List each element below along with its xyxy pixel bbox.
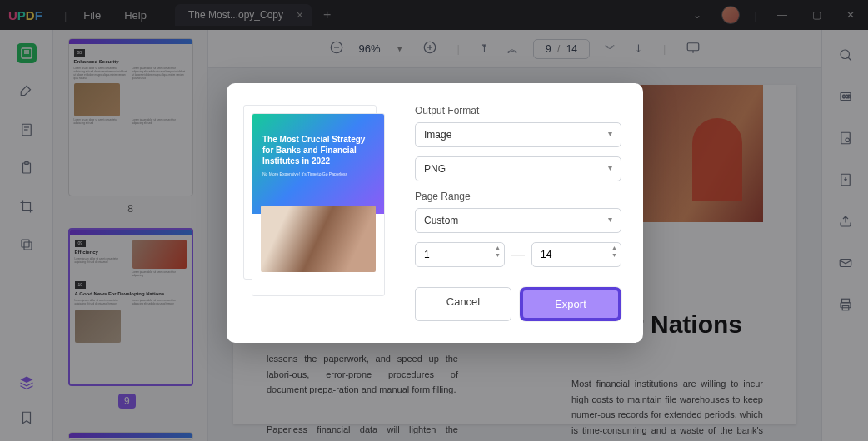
preview-subtitle: No More Expensive! It's Time to Go Paper… bbox=[262, 171, 374, 176]
range-separator: — bbox=[511, 247, 525, 262]
output-format-select[interactable]: Image bbox=[415, 122, 621, 147]
page-range-select[interactable]: Custom bbox=[415, 208, 621, 233]
preview-title: The Most Crucial Strategy for Banks and … bbox=[262, 134, 374, 166]
image-type-select[interactable]: PNG bbox=[415, 156, 621, 181]
page-from-input[interactable]: 1 ▲▼ bbox=[415, 242, 505, 267]
export-preview: The Most Crucial Strategy for Banks and … bbox=[248, 110, 390, 310]
page-range-label: Page Range bbox=[415, 191, 621, 202]
page-to-input[interactable]: 14 ▲▼ bbox=[531, 242, 621, 267]
cancel-button[interactable]: Cancel bbox=[415, 287, 511, 321]
export-form: Output Format Image PNG Page Range Custo… bbox=[415, 105, 621, 321]
output-format-label: Output Format bbox=[415, 105, 621, 116]
spinner-down-icon[interactable]: ▼ bbox=[495, 252, 501, 258]
spinner-up-icon[interactable]: ▲ bbox=[611, 245, 617, 250]
spinner-down-icon[interactable]: ▼ bbox=[611, 252, 617, 258]
export-button[interactable]: Export bbox=[520, 287, 621, 321]
preview-image bbox=[261, 206, 376, 272]
spinner-up-icon[interactable]: ▲ bbox=[495, 245, 501, 250]
export-dialog: The Most Crucial Strategy for Banks and … bbox=[227, 83, 643, 343]
